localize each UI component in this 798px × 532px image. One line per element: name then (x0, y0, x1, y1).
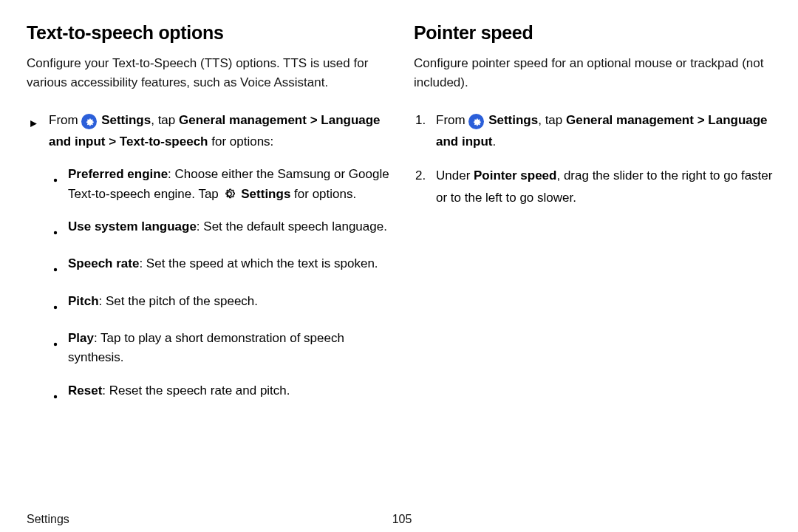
bullet-label: Play (68, 331, 94, 345)
pointer-step-1: 1. From Settings, tap General management… (414, 109, 777, 154)
step-number: 1. (414, 109, 436, 154)
bullet-text: : Set the default speech language. (197, 219, 387, 233)
bullet-icon (49, 329, 68, 368)
bullet-text: : Tap to play a short demonstration of s… (68, 331, 344, 364)
svg-point-0 (54, 179, 57, 182)
pointer-step-2: 2. Under Pointer speed, drag the slider … (414, 165, 777, 209)
left-column: Text-to-speech options Configure your Te… (27, 22, 390, 430)
bullet-text: : Set the speed at which the text is spo… (139, 256, 378, 270)
bullet-icon (49, 381, 68, 405)
bullet-text: for options. (290, 187, 356, 201)
bullet-label: Reset (68, 383, 102, 398)
svg-point-2 (54, 268, 57, 271)
tts-heading: Text-to-speech options (27, 22, 390, 44)
step-number: 2. (414, 165, 436, 209)
list-item: Use system language: Set the default spe… (49, 217, 390, 241)
bullet-text: : Set the pitch of the speech. (99, 294, 258, 308)
step-end-text: . (492, 134, 496, 149)
bullet-label: Pitch (68, 294, 99, 308)
step-tap-text: , tap (151, 113, 179, 127)
list-item: Reset: Reset the speech rate and pitch. (49, 381, 390, 405)
gear-icon (81, 114, 97, 129)
bullet-icon (49, 217, 68, 241)
list-item: Pitch: Set the pitch of the speech. (49, 292, 390, 316)
footer-section-label: Settings (27, 513, 69, 526)
bullet-label: Preferred engine (68, 167, 168, 181)
svg-point-3 (54, 305, 57, 308)
pointer-heading: Pointer speed (414, 22, 777, 44)
list-item: Speech rate: Set the speed at which the … (49, 254, 390, 278)
svg-point-4 (54, 343, 57, 346)
svg-point-5 (54, 395, 57, 398)
footer-page-number: 105 (392, 513, 412, 526)
bullet-settings-bold: Settings (238, 187, 291, 201)
svg-point-1 (54, 231, 57, 234)
triangle-marker-icon (27, 109, 49, 418)
bullet-icon (49, 165, 68, 204)
pointer-intro: Configure pointer speed for an optional … (414, 54, 777, 93)
bullet-icon (49, 254, 68, 278)
tts-intro: Configure your Text-to-Speech (TTS) opti… (27, 54, 390, 93)
step-bold-text: Pointer speed (474, 168, 556, 183)
tts-bullet-list: Preferred engine: Choose either the Sams… (49, 165, 390, 405)
step-settings-bold: Settings (98, 113, 151, 127)
bullet-text: : Reset the speech rate and pitch. (102, 383, 290, 398)
step-from-text: From (436, 113, 466, 127)
step-tap-text: , tap (538, 113, 566, 127)
step-settings-bold: Settings (485, 113, 538, 127)
bullet-label: Use system language (68, 219, 197, 233)
list-item: Preferred engine: Choose either the Sams… (49, 165, 390, 204)
gear-outline-icon (222, 186, 237, 201)
right-column: Pointer speed Configure pointer speed fo… (414, 22, 777, 430)
bullet-label: Speech rate (68, 256, 139, 270)
gear-icon (468, 114, 484, 129)
step-options-text: for options: (208, 134, 274, 149)
tts-step: From Settings, tap General management > … (27, 109, 390, 418)
list-item: Play: Tap to play a short demonstration … (49, 329, 390, 368)
step-from-text: From (49, 113, 78, 127)
bullet-icon (49, 292, 68, 316)
tts-step-body: From Settings, tap General management > … (49, 109, 390, 418)
step-pre-text: Under (436, 168, 474, 183)
